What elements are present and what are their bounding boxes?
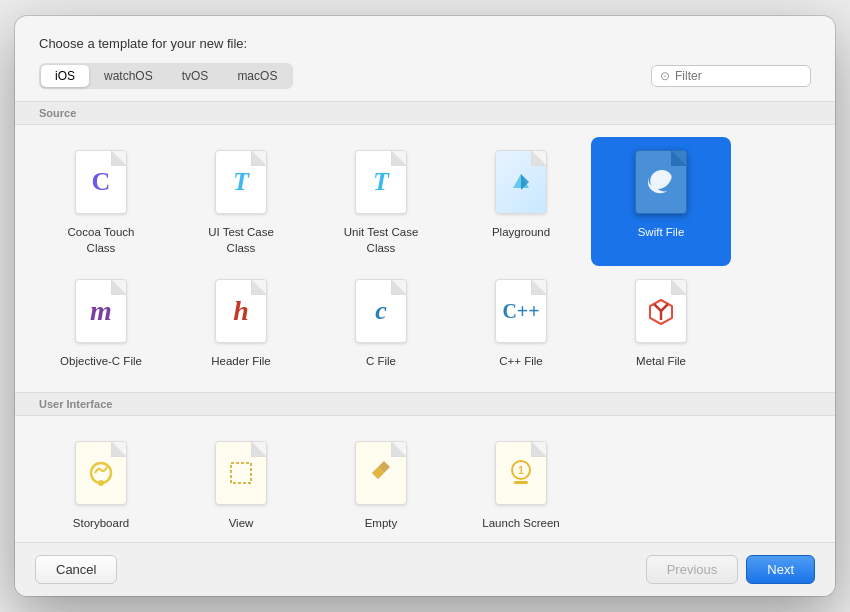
unit-test-icon: T xyxy=(351,147,411,217)
source-section-label: Source xyxy=(15,101,835,125)
dialog-footer: Cancel Previous Next xyxy=(15,542,835,596)
previous-button[interactable]: Previous xyxy=(646,555,739,584)
filter-input[interactable] xyxy=(675,69,802,83)
svg-point-1 xyxy=(98,480,104,486)
filter-icon: ⊙ xyxy=(660,69,670,83)
objc-file-icon: m xyxy=(71,276,131,346)
cocoa-touch-label: Cocoa TouchClass xyxy=(68,225,135,256)
cancel-button[interactable]: Cancel xyxy=(35,555,117,584)
svg-text:1: 1 xyxy=(518,465,524,476)
empty-label: Empty xyxy=(365,516,398,532)
content-area: Source C Cocoa TouchClass T UI Test Ca xyxy=(15,101,835,542)
next-button[interactable]: Next xyxy=(746,555,815,584)
user-interface-section-label: User Interface xyxy=(15,392,835,416)
dialog-title: Choose a template for your new file: xyxy=(39,36,811,51)
view-label: View xyxy=(229,516,254,532)
item-launch-screen[interactable]: 1 Launch Screen xyxy=(451,428,591,542)
item-view[interactable]: View xyxy=(171,428,311,542)
ui-items-grid: Storyboard View xyxy=(31,416,819,542)
new-file-dialog: Choose a template for your new file: iOS… xyxy=(15,16,835,596)
source-items-grid: C Cocoa TouchClass T UI Test CaseClass xyxy=(31,125,819,392)
item-swift-file[interactable]: Swift File xyxy=(591,137,731,266)
item-header-file[interactable]: h Header File xyxy=(171,266,311,380)
launch-screen-icon: 1 xyxy=(491,438,551,508)
item-empty[interactable]: Empty xyxy=(311,428,451,542)
tab-bar: iOS watchOS tvOS macOS xyxy=(39,63,293,89)
item-objc-file[interactable]: m Objective-C File xyxy=(31,266,171,380)
swift-file-label: Swift File xyxy=(638,225,685,241)
metal-file-label: Metal File xyxy=(636,354,686,370)
item-ui-test[interactable]: T UI Test CaseClass xyxy=(171,137,311,266)
item-cocoa-touch[interactable]: C Cocoa TouchClass xyxy=(31,137,171,266)
storyboard-icon xyxy=(71,438,131,508)
empty-icon xyxy=(351,438,411,508)
launch-screen-label: Launch Screen xyxy=(482,516,559,532)
item-c-file[interactable]: c C File xyxy=(311,266,451,380)
tab-ios[interactable]: iOS xyxy=(41,65,89,87)
item-playground[interactable]: Playground xyxy=(451,137,591,266)
tab-watchos[interactable]: watchOS xyxy=(90,65,167,87)
svg-rect-5 xyxy=(514,481,528,484)
metal-file-icon xyxy=(631,276,691,346)
item-cpp-file[interactable]: C++ C++ File xyxy=(451,266,591,380)
svg-rect-2 xyxy=(231,463,251,483)
objc-file-label: Objective-C File xyxy=(60,354,142,370)
cpp-file-icon: C++ xyxy=(491,276,551,346)
cocoa-touch-icon: C xyxy=(71,147,131,217)
tabs-row: iOS watchOS tvOS macOS ⊙ xyxy=(39,63,811,89)
item-metal-file[interactable]: Metal File xyxy=(591,266,731,380)
item-unit-test[interactable]: T Unit Test CaseClass xyxy=(311,137,451,266)
item-storyboard[interactable]: Storyboard xyxy=(31,428,171,542)
playground-icon xyxy=(491,147,551,217)
ui-test-icon: T xyxy=(211,147,271,217)
view-icon xyxy=(211,438,271,508)
navigation-buttons: Previous Next xyxy=(646,555,815,584)
storyboard-label: Storyboard xyxy=(73,516,129,532)
header-file-label: Header File xyxy=(211,354,270,370)
playground-label: Playground xyxy=(492,225,550,241)
swift-file-icon xyxy=(631,147,691,217)
dialog-header: Choose a template for your new file: iOS… xyxy=(15,16,835,101)
unit-test-label: Unit Test CaseClass xyxy=(344,225,419,256)
ui-test-label: UI Test CaseClass xyxy=(208,225,274,256)
tab-macos[interactable]: macOS xyxy=(223,65,291,87)
cpp-file-label: C++ File xyxy=(499,354,542,370)
tab-tvos[interactable]: tvOS xyxy=(168,65,223,87)
c-file-label: C File xyxy=(366,354,396,370)
header-file-icon: h xyxy=(211,276,271,346)
c-file-icon: c xyxy=(351,276,411,346)
filter-box: ⊙ xyxy=(651,65,811,87)
